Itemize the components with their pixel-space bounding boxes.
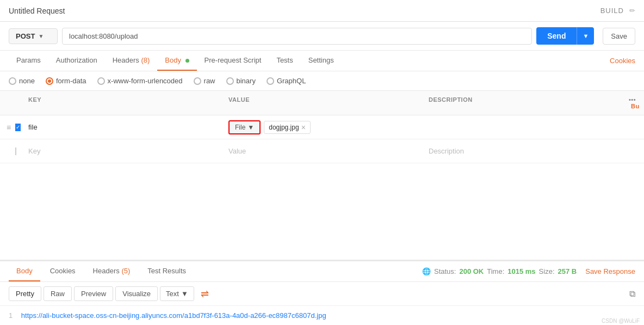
placeholder-description: Description [422, 145, 622, 157]
send-btn-group: Send ▼ [536, 27, 594, 45]
url-input[interactable] [62, 28, 532, 45]
save-button[interactable]: Save [603, 28, 635, 45]
radio-none-circle [9, 77, 16, 85]
col-value: VALUE [222, 94, 422, 112]
row-check-cell: ≡ [0, 123, 22, 132]
body-dot-icon [185, 59, 189, 63]
drag-handle-icon[interactable]: ≡ [7, 123, 11, 132]
edit-icon[interactable]: ✏ [629, 7, 635, 15]
table-header: KEY VALUE DESCRIPTION ••• Bu [0, 91, 644, 115]
file-chip-remove-icon[interactable]: × [301, 123, 306, 132]
file-chip: dogjpg.jpg × [264, 121, 311, 134]
body-type-row: none form-data x-www-form-urlencoded raw… [0, 71, 644, 91]
file-btn-wrapper: File ▼ [228, 120, 261, 134]
radio-graphql[interactable]: GraphQL [267, 77, 306, 85]
request-tabs: Params Authorization Headers (8) Body Pr… [0, 51, 644, 71]
row-more-button[interactable] [622, 125, 644, 130]
file-chevron-icon: ▼ [247, 124, 254, 131]
radio-graphql-circle [267, 77, 274, 85]
radio-none[interactable]: none [9, 77, 35, 85]
radio-raw-circle [194, 77, 201, 85]
top-bar-actions: BUILD ✏ [600, 7, 635, 15]
row-value-cell: File ▼ dogjpg.jpg × [222, 118, 422, 137]
send-dropdown-button[interactable]: ▼ [577, 27, 594, 45]
top-bar: Untitled Request BUILD ✏ [0, 0, 644, 22]
url-bar: POST ▼ Send ▼ Save [0, 22, 644, 51]
method-select[interactable]: POST ▼ [9, 28, 58, 44]
tab-authorization[interactable]: Authorization [48, 51, 105, 71]
more-icon[interactable]: ••• [629, 96, 636, 103]
placeholder-value: Value [222, 145, 422, 157]
radio-urlencoded[interactable]: x-www-form-urlencoded [97, 77, 183, 85]
tab-tests[interactable]: Tests [269, 51, 300, 71]
tab-settings[interactable]: Settings [301, 51, 342, 71]
row-checkbox[interactable] [15, 124, 21, 131]
radio-binary[interactable]: binary [226, 77, 256, 85]
file-chip-name: dogjpg.jpg [269, 124, 299, 131]
method-value: POST [16, 32, 35, 40]
placeholder-key[interactable]: Key [22, 145, 222, 157]
radio-form-data-circle [46, 77, 53, 85]
radio-urlencoded-circle [97, 77, 105, 85]
row-key-value: file [28, 123, 38, 131]
cookies-link[interactable]: Cookies [610, 57, 635, 65]
request-title: Untitled Request [9, 7, 65, 15]
radio-binary-circle [226, 77, 234, 85]
file-button[interactable]: File ▼ [230, 121, 259, 133]
row-description-cell [422, 125, 622, 130]
radio-form-data[interactable]: form-data [46, 77, 86, 85]
tab-params[interactable]: Params [9, 51, 48, 71]
table-row: ≡ file File ▼ dogjpg.jpg × [0, 115, 644, 139]
placeholder-check: ≡ [0, 147, 22, 156]
row-key-cell: file [22, 121, 222, 133]
placeholder-more [622, 149, 644, 154]
tab-body[interactable]: Body [157, 51, 196, 71]
placeholder-checkbox[interactable] [15, 148, 16, 155]
placeholder-row: ≡ Key Value Description [0, 139, 644, 163]
col-check [0, 94, 22, 112]
radio-raw[interactable]: raw [194, 77, 215, 85]
col-key: KEY [22, 94, 222, 112]
col-more: ••• Bu [622, 94, 644, 112]
headers-badge: (8) [141, 56, 150, 64]
method-chevron-icon: ▼ [38, 33, 44, 39]
send-button[interactable]: Send [536, 27, 577, 45]
tab-pre-request-script[interactable]: Pre-request Script [197, 51, 269, 71]
col-description: DESCRIPTION [422, 94, 622, 112]
build-button[interactable]: BUILD [600, 7, 624, 15]
tab-headers[interactable]: Headers (8) [105, 51, 158, 71]
